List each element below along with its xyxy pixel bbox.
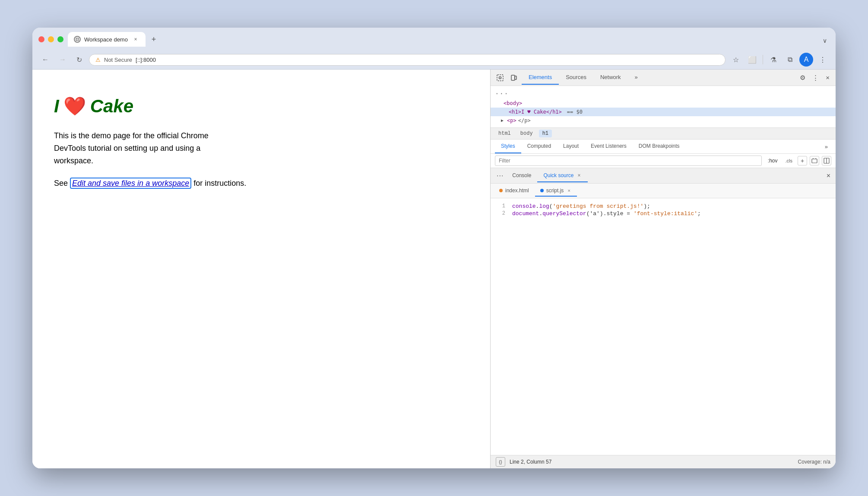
svg-rect-7 [812,159,817,163]
styles-tab-computed[interactable]: Computed [521,140,557,153]
styles-tab-dom-breakpoints[interactable]: DOM Breakpoints [633,140,686,153]
styles-tab-layout[interactable]: Layout [557,140,585,153]
script-js-dot [540,189,544,192]
p-close-tag: </p> [518,118,531,124]
address-bar[interactable]: ⚠ Not Secure [::]:8000 [89,54,725,66]
braces-label: {} [499,459,502,464]
navigation-bar: ← → ↻ ⚠ Not Secure [::]:8000 ☆ ⬜ ⚗ ⧉ A ⋮ [32,50,836,70]
new-tab-button[interactable]: + [146,32,161,47]
quick-source-close-button[interactable]: × [576,172,582,179]
device-toggle-button[interactable] [508,73,520,83]
menu-button[interactable]: ⋮ [816,53,830,67]
page-heading: I ❤️ Cake [54,95,469,117]
bottom-panel-dots[interactable]: ··· [494,172,506,180]
expand-arrow[interactable]: ▶ [501,118,504,123]
selected-indicator: == $0 [567,109,583,115]
minimize-button[interactable] [48,36,54,42]
add-rule-button[interactable]: + [798,156,807,165]
index-html-dot [499,189,503,192]
breadcrumb-row: html body h1 [491,128,836,140]
h1-element-row[interactable]: <h1>I ♥ Cake</h1> == $0 [491,108,836,116]
bottom-panel: ··· Console Quick source × × index.html [491,168,836,468]
nav-divider [763,55,763,64]
format-button[interactable]: {} [496,457,505,467]
window-controls [38,36,63,42]
tab-quick-source[interactable]: Quick source × [537,169,588,182]
devtools-main-tabs: Elements Sources Network » [522,70,795,85]
devtools-more-button[interactable]: ⋮ [810,72,821,83]
devtools-status-bar: {} Line 2, Column 57 Coverage: n/a [491,455,836,468]
page-heading-i: I [54,96,59,117]
page-heading-cake: Cake [90,96,133,117]
bottom-panel-close-button[interactable]: × [825,170,832,181]
styles-more-tabs[interactable]: » [821,140,831,153]
filter-actions: :hov .cls + [765,156,831,165]
tab-console[interactable]: Console [506,170,537,182]
forward-button[interactable]: → [56,54,70,65]
p-element-row[interactable]: ▶ <p> </p> [491,116,836,125]
styles-tab-event-listeners[interactable]: Event Listeners [585,140,633,153]
cls-button[interactable]: .cls [783,157,795,165]
tab-close-button[interactable]: × [132,35,139,43]
workspace-link[interactable]: Edit and save files in a workspace [70,178,191,189]
elements-more-button[interactable]: ··· [491,89,836,99]
force-state-button[interactable] [810,156,819,165]
browser-content: I ❤️ Cake This is the demo page for the … [32,70,836,468]
elements-panel: ··· <body> <h1>I ♥ Cake</h1> == $0 ▶ <p>… [491,86,836,128]
layout-button[interactable] [822,156,831,165]
styles-filter-input[interactable] [495,156,762,166]
active-tab[interactable]: Workspace demo × [68,32,146,47]
tab-sources[interactable]: Sources [559,70,593,85]
tab-expand-button[interactable]: ∨ [820,35,830,47]
extensions-button[interactable]: ⬜ [745,53,759,67]
code-area[interactable]: 1 console.log('greetings from script.js!… [491,198,836,455]
devtools-close-button[interactable]: × [823,72,832,83]
back-button[interactable]: ← [38,54,52,65]
security-warning-icon: ⚠ [95,57,101,63]
hov-button[interactable]: :hov [765,156,780,165]
line-number-1: 1 [491,203,512,209]
split-button[interactable]: ⧉ [783,53,797,67]
reload-button[interactable]: ↻ [73,54,86,66]
breadcrumb-body[interactable]: body [517,130,536,137]
inspect-element-button[interactable] [494,73,506,83]
styles-tab-styles[interactable]: Styles [495,140,521,153]
webpage-area: I ❤️ Cake This is the demo page for the … [32,70,490,468]
svg-rect-3 [497,75,503,81]
file-tab-index-html[interactable]: index.html [494,185,534,197]
index-html-label: index.html [505,188,529,194]
console-tab-label: Console [512,172,531,178]
file-tab-script-js[interactable]: script.js × [535,185,577,197]
script-js-close-button[interactable]: × [566,188,571,194]
title-bar-top: Workspace demo × + ∨ [38,32,830,47]
tab-network[interactable]: Network [593,70,628,85]
tab-more[interactable]: » [628,70,645,85]
maximize-button[interactable] [57,36,63,42]
tab-favicon [74,36,81,43]
svg-rect-5 [511,75,515,80]
h1-tag: <h1>I ♥ Cake</h1> [509,109,562,115]
svg-point-4 [499,76,501,79]
body-element-row[interactable]: <body> [491,99,836,108]
quick-source-tab-label: Quick source [543,172,573,178]
page-see-section: See Edit and save files in a workspace f… [54,177,469,190]
tabs-row: Workspace demo × + ∨ [68,32,830,47]
devtools-toolbar: Elements Sources Network » ⚙ ⋮ × [491,70,836,86]
bookmark-button[interactable]: ☆ [729,53,743,67]
tab-elements[interactable]: Elements [522,70,559,85]
nav-actions: ☆ ⬜ ⚗ ⧉ A ⋮ [729,53,830,67]
address-text: [::]:8000 [136,57,719,63]
not-secure-label: Not Secure [104,57,132,63]
cursor-position: Line 2, Column 57 [510,459,551,465]
browser-window: Workspace demo × + ∨ ← → ↻ ⚠ Not Secure … [32,28,836,468]
breadcrumb-h1[interactable]: h1 [539,130,552,137]
code-content-2: document.querySelector('a').style = 'fon… [512,210,836,217]
lab-button[interactable]: ⚗ [767,53,780,67]
coverage-status: Coverage: n/a [798,459,830,465]
code-line-1: 1 console.log('greetings from script.js!… [491,203,836,210]
close-button[interactable] [38,36,44,42]
profile-button[interactable]: A [799,53,813,67]
tab-title: Workspace demo [84,36,128,43]
breadcrumb-html[interactable]: html [495,130,514,137]
devtools-settings-button[interactable]: ⚙ [797,72,808,83]
